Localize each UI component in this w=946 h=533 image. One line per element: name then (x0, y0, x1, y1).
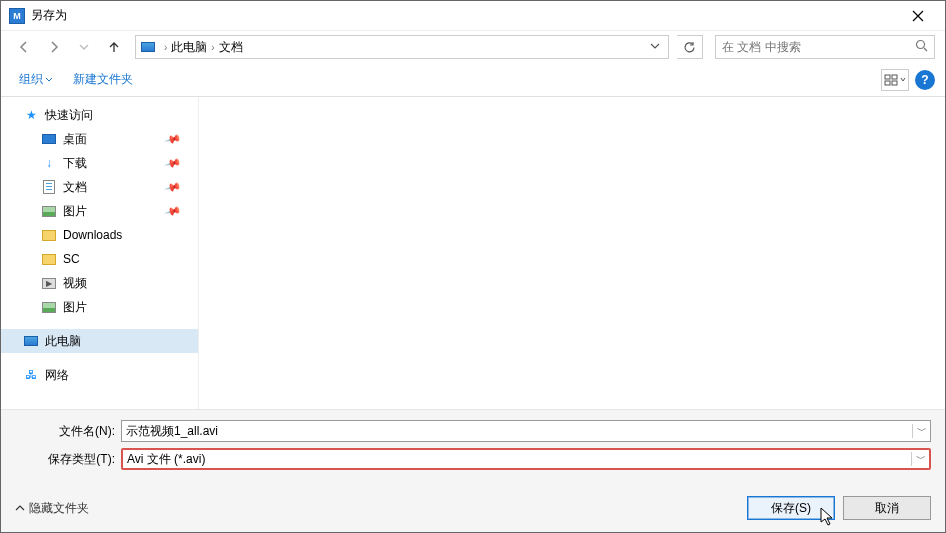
chevron-up-icon (15, 503, 25, 513)
cursor-icon (820, 507, 836, 527)
sidebar-tree[interactable]: ★ 快速访问 桌面 📌 ↓ 下载 📌 文档 📌 图片 📌 Downloads (1, 97, 199, 409)
breadcrumb-folder[interactable]: 文档 (219, 39, 243, 56)
pc-icon (140, 39, 156, 55)
sidebar-item-thispc[interactable]: 此电脑 (1, 329, 198, 353)
sidebar-item-label: 图片 (63, 203, 87, 220)
nav-row: › 此电脑 › 文档 (1, 31, 945, 63)
hide-folders-label: 隐藏文件夹 (29, 500, 89, 517)
filename-label: 文件名(N): (15, 423, 115, 440)
folder-icon (41, 251, 57, 267)
sidebar-item-label: 图片 (63, 299, 87, 316)
sidebar-item-video[interactable]: ▶ 视频 (1, 271, 198, 295)
folder-icon (41, 227, 57, 243)
view-button[interactable] (881, 69, 909, 91)
breadcrumb-root[interactable]: 此电脑 (171, 39, 207, 56)
sidebar-item-label: 文档 (63, 179, 87, 196)
hide-folders-toggle[interactable]: 隐藏文件夹 (15, 500, 89, 517)
sidebar-item-network[interactable]: 🖧 网络 (1, 363, 198, 387)
filename-field[interactable]: ﹀ (121, 420, 931, 442)
close-button[interactable] (895, 1, 941, 31)
svg-rect-3 (885, 81, 890, 85)
new-folder-button[interactable]: 新建文件夹 (65, 67, 141, 92)
sidebar-item-label: 桌面 (63, 131, 87, 148)
chevron-down-icon (79, 42, 89, 52)
forward-button[interactable] (41, 35, 67, 59)
arrow-right-icon (47, 40, 61, 54)
search-icon[interactable] (915, 39, 928, 55)
up-button[interactable] (101, 35, 127, 59)
sidebar-item-downloads-en[interactable]: Downloads (1, 223, 198, 247)
window-title: 另存为 (31, 7, 895, 24)
breadcrumb-bar[interactable]: › 此电脑 › 文档 (135, 35, 669, 59)
chevron-down-icon (45, 76, 53, 84)
sidebar-item-label: 快速访问 (45, 107, 93, 124)
sidebar-item-label: 此电脑 (45, 333, 81, 350)
sidebar-item-desktop[interactable]: 桌面 📌 (1, 127, 198, 151)
button-row: 隐藏文件夹 保存(S) 取消 (15, 496, 931, 520)
sidebar-item-pictures2[interactable]: 图片 (1, 295, 198, 319)
sidebar-item-quickaccess[interactable]: ★ 快速访问 (1, 103, 198, 127)
sidebar-item-label: SC (63, 252, 80, 266)
pin-icon: 📌 (164, 130, 183, 148)
sidebar-item-label: Downloads (63, 228, 122, 242)
arrow-left-icon (17, 40, 31, 54)
filetype-dropdown[interactable]: ﹀ (911, 452, 929, 466)
search-box[interactable] (715, 35, 935, 59)
chevron-right-icon: › (211, 42, 214, 53)
back-button[interactable] (11, 35, 37, 59)
chevron-down-icon (900, 77, 906, 83)
svg-rect-1 (885, 75, 890, 79)
recent-button[interactable] (71, 35, 97, 59)
cancel-button-label: 取消 (875, 500, 899, 517)
sidebar-item-pictures[interactable]: 图片 📌 (1, 199, 198, 223)
toolbar: 组织 新建文件夹 ? (1, 63, 945, 97)
svg-rect-4 (892, 81, 897, 85)
sidebar-item-documents[interactable]: 文档 📌 (1, 175, 198, 199)
file-list-pane[interactable] (199, 97, 945, 409)
search-input[interactable] (722, 40, 915, 54)
network-icon: 🖧 (23, 367, 39, 383)
refresh-icon (683, 41, 696, 54)
filetype-field[interactable]: ﹀ (121, 448, 931, 470)
filename-input[interactable] (122, 424, 912, 438)
desktop-icon (41, 131, 57, 147)
arrow-up-icon (107, 40, 121, 54)
titlebar: M 另存为 (1, 1, 945, 31)
cancel-button[interactable]: 取消 (843, 496, 931, 520)
filetype-label: 保存类型(T): (15, 451, 115, 468)
organize-button[interactable]: 组织 (11, 67, 61, 92)
close-icon (912, 10, 924, 22)
breadcrumb-dropdown[interactable] (646, 40, 664, 54)
document-icon (41, 179, 57, 195)
chevron-right-icon: › (164, 42, 167, 53)
save-button-label: 保存(S) (771, 500, 811, 517)
svg-point-0 (917, 41, 925, 49)
filetype-row: 保存类型(T): ﹀ (15, 448, 931, 470)
pin-icon: 📌 (164, 154, 183, 172)
save-button[interactable]: 保存(S) (747, 496, 835, 520)
filename-row: 文件名(N): ﹀ (15, 420, 931, 442)
sidebar-item-label: 网络 (45, 367, 69, 384)
pin-icon: 📌 (164, 178, 183, 196)
organize-label: 组织 (19, 71, 43, 88)
download-icon: ↓ (41, 155, 57, 171)
picture-icon (41, 299, 57, 315)
picture-icon (41, 203, 57, 219)
sidebar-item-label: 视频 (63, 275, 87, 292)
svg-rect-2 (892, 75, 897, 79)
chevron-down-icon (650, 41, 660, 51)
body-area: ★ 快速访问 桌面 📌 ↓ 下载 📌 文档 📌 图片 📌 Downloads (1, 97, 945, 409)
new-folder-label: 新建文件夹 (73, 71, 133, 88)
sidebar-item-sc[interactable]: SC (1, 247, 198, 271)
filetype-input[interactable] (123, 452, 911, 466)
sidebar-item-downloads-cn[interactable]: ↓ 下载 📌 (1, 151, 198, 175)
app-icon: M (9, 8, 25, 24)
refresh-button[interactable] (677, 35, 703, 59)
filename-dropdown[interactable]: ﹀ (912, 424, 930, 438)
view-icon (884, 74, 898, 86)
pc-icon (23, 333, 39, 349)
save-form: 文件名(N): ﹀ 保存类型(T): ﹀ 隐藏文件夹 保存(S) 取消 (1, 409, 945, 532)
help-icon: ? (921, 73, 928, 87)
pin-icon: 📌 (164, 202, 183, 220)
help-button[interactable]: ? (915, 70, 935, 90)
